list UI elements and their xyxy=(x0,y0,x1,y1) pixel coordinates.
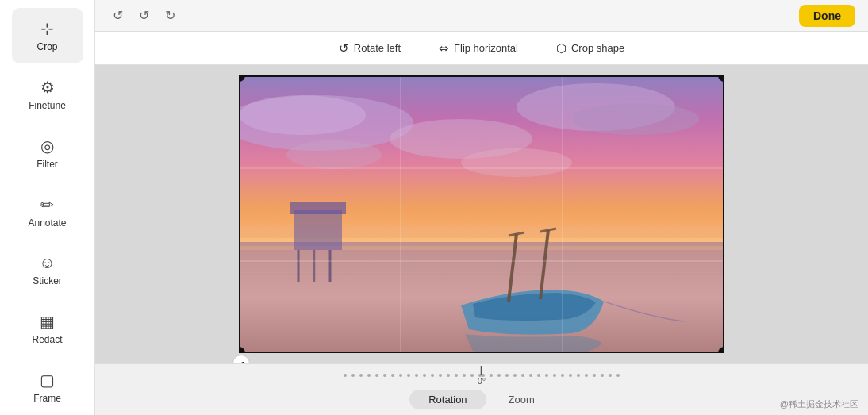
ruler-dot xyxy=(383,374,386,377)
ruler-dot xyxy=(505,374,509,377)
ruler-dot xyxy=(470,374,474,377)
ruler-dot xyxy=(431,374,434,377)
rotation-ruler[interactable]: 0° xyxy=(95,364,868,386)
crop-toolbar: ↺ Rotate left ⇔ Flip horizontal ⬡ Crop s… xyxy=(95,32,868,65)
watermark: @稀土掘金技术社区 xyxy=(780,398,858,410)
svg-rect-15 xyxy=(290,202,346,214)
toolbar-left: ↺ ↺ ↻ xyxy=(108,5,180,26)
ruler-dot xyxy=(490,374,493,377)
ruler-dot xyxy=(351,374,355,377)
rotate-left-label: Rotate left xyxy=(354,42,401,54)
ruler-dot xyxy=(497,374,501,377)
ruler-dots-left xyxy=(344,374,482,377)
ruler-dot xyxy=(399,374,402,377)
sidebar: ⊹ Crop ⚙ Finetune ◎ Filter ✏ Annotate ☺ … xyxy=(0,0,95,415)
svg-point-6 xyxy=(461,148,572,177)
ruler-dot xyxy=(521,374,524,377)
undo-button[interactable]: ↺ xyxy=(134,5,154,26)
sidebar-item-label-sticker: Sticker xyxy=(33,275,62,286)
svg-rect-14 xyxy=(294,210,342,250)
bottom-bar: 0° Rotation Zoom xyxy=(95,363,868,415)
canvas-area: ⤢ xyxy=(95,65,868,363)
main-area: ↺ ↺ ↻ Done ↺ Rotate left ⇔ Flip horizont… xyxy=(95,0,868,415)
sticker-icon: ☺ xyxy=(39,254,55,272)
rotate-left-icon: ↺ xyxy=(339,41,349,56)
ruler-dot xyxy=(423,374,426,377)
rotate-left-button[interactable]: ↺ Rotate left xyxy=(332,38,407,59)
ruler-dot xyxy=(513,374,517,377)
flip-horizontal-button[interactable]: ⇔ Flip horizontal xyxy=(432,38,524,59)
frame-icon: ▢ xyxy=(40,371,55,390)
ruler-dot xyxy=(537,374,540,377)
sidebar-item-label-finetune: Finetune xyxy=(29,100,66,111)
ruler-dot xyxy=(463,374,466,377)
done-button[interactable]: Done xyxy=(799,5,855,27)
sidebar-item-label-frame: Frame xyxy=(33,393,61,404)
ruler-dot xyxy=(529,374,532,377)
ruler-center-marker: 0° xyxy=(478,366,486,386)
crop-expand-button[interactable]: ⤢ xyxy=(232,355,250,363)
finetune-icon: ⚙ xyxy=(40,78,55,97)
tab-rotation[interactable]: Rotation xyxy=(409,390,486,409)
ruler-dot xyxy=(616,374,620,377)
ruler-dot xyxy=(585,374,588,377)
flip-horizontal-icon: ⇔ xyxy=(439,41,449,56)
sidebar-item-frame[interactable]: ▢ Frame xyxy=(12,359,83,415)
sidebar-item-label-filter: Filter xyxy=(36,159,58,170)
ruler-dot xyxy=(367,374,371,377)
sidebar-item-sticker[interactable]: ☺ Sticker xyxy=(12,242,83,298)
redo-button[interactable]: ↻ xyxy=(160,5,180,26)
ruler-dot xyxy=(601,374,604,377)
ruler-dot xyxy=(569,374,572,377)
sidebar-item-redact[interactable]: ▦ Redact xyxy=(12,301,83,356)
crop-shape-icon: ⬡ xyxy=(556,41,567,56)
ruler-dot xyxy=(415,374,418,377)
rotation-angle: 0° xyxy=(478,376,486,386)
flip-horizontal-label: Flip horizontal xyxy=(454,42,518,54)
ruler-dot xyxy=(545,374,548,377)
top-toolbar: ↺ ↺ ↻ Done xyxy=(95,0,868,32)
image-canvas xyxy=(239,75,724,353)
ruler-dot xyxy=(561,374,564,377)
filter-icon: ◎ xyxy=(40,136,54,156)
svg-point-2 xyxy=(239,95,366,135)
crop-container[interactable]: ⤢ xyxy=(239,75,724,353)
svg-rect-13 xyxy=(239,274,724,275)
ruler-dot xyxy=(577,374,580,377)
ruler-dot xyxy=(609,374,612,377)
sidebar-item-filter[interactable]: ◎ Filter xyxy=(12,125,83,181)
ruler-dot xyxy=(344,374,347,377)
sidebar-item-label-annotate: Annotate xyxy=(28,217,66,229)
mode-tabs: Rotation Zoom xyxy=(95,386,868,415)
sidebar-item-finetune[interactable]: ⚙ Finetune xyxy=(12,67,83,122)
svg-rect-12 xyxy=(239,258,724,260)
sidebar-item-label-crop: Crop xyxy=(36,41,57,52)
ruler-dot xyxy=(553,374,556,377)
ruler-dots-right xyxy=(482,374,620,377)
ruler-dot xyxy=(391,374,394,377)
annotate-icon: ✏ xyxy=(40,195,54,214)
sidebar-item-crop[interactable]: ⊹ Crop xyxy=(12,8,83,63)
ruler-dot xyxy=(593,374,596,377)
ruler-dot xyxy=(447,374,450,377)
sidebar-item-label-redact: Redact xyxy=(32,334,62,345)
ruler-dot xyxy=(375,374,378,377)
crop-shape-label: Crop shape xyxy=(571,42,624,54)
crop-icon: ⊹ xyxy=(40,19,54,38)
ruler-dot xyxy=(359,374,363,377)
sidebar-item-annotate[interactable]: ✏ Annotate xyxy=(12,184,83,240)
crop-shape-button[interactable]: ⬡ Crop shape xyxy=(550,38,631,59)
svg-point-4 xyxy=(572,103,699,135)
redact-icon: ▦ xyxy=(40,312,55,331)
ruler-dot xyxy=(439,374,442,377)
ruler-dot xyxy=(455,374,458,377)
tab-zoom[interactable]: Zoom xyxy=(490,390,554,409)
history-button[interactable]: ↺ xyxy=(108,5,128,26)
svg-point-7 xyxy=(286,140,382,169)
ruler-dot xyxy=(407,374,410,377)
ruler-tick xyxy=(481,366,482,375)
